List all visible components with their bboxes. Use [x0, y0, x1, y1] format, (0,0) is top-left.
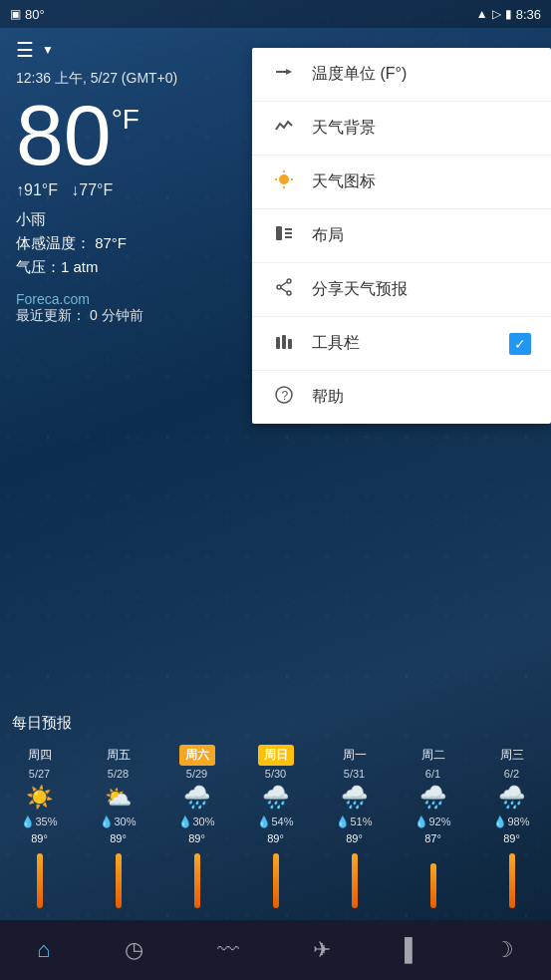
day-weather-icon: ⛅: [105, 784, 132, 812]
menu-label-layout: 布局: [312, 225, 531, 246]
menu-icon-weather-bg: [272, 116, 296, 141]
menu-item-temp-unit[interactable]: 温度单位 (F°): [252, 48, 551, 102]
temp-value: 80: [16, 92, 112, 177]
forecast-day-周三[interactable]: 周三 6/2 🌧️ 💧98% 89°: [472, 741, 551, 912]
menu-icon-temp-unit: [272, 62, 296, 87]
day-date: 5/29: [186, 768, 207, 780]
menu-label-temp-unit: 温度单位 (F°): [312, 64, 531, 85]
forecast-day-周一[interactable]: 周一 5/31 🌧️ 💧51% 89°: [315, 741, 394, 912]
day-temp: 89°: [188, 832, 205, 844]
forecast-day-周日[interactable]: 周日 5/30 🌧️ 💧54% 89°: [236, 741, 315, 912]
menu-item-share[interactable]: 分享天气预报: [252, 263, 551, 317]
temp-bar-container: [159, 848, 234, 908]
day-date: 5/27: [29, 768, 50, 780]
temp-bar-container: [2, 848, 77, 908]
day-name: 周日: [258, 745, 294, 766]
day-name: 周一: [337, 745, 373, 766]
svg-rect-18: [288, 339, 292, 349]
temp-bar-container: [396, 848, 470, 908]
day-date: 6/2: [504, 768, 519, 780]
menu-item-toolbar[interactable]: 工具栏 ✓: [252, 317, 551, 371]
status-right: ▲ ▷ ▮ 8:36: [476, 7, 541, 22]
menu-label-weather-icon: 天气图标: [312, 171, 531, 192]
low-temp: ↓77°F: [71, 181, 113, 198]
temp-bar: [273, 853, 279, 908]
day-name: 周五: [101, 745, 137, 766]
menu-label-share: 分享天气预报: [312, 279, 531, 300]
day-precip: 💧54%: [257, 816, 293, 828]
day-temp: 89°: [31, 832, 48, 844]
nav-icon-home: ⌂: [37, 937, 50, 963]
menu-item-layout[interactable]: 布局: [252, 209, 551, 263]
battery-icon: ▮: [505, 7, 512, 21]
nav-item-moon[interactable]: ☽: [494, 937, 514, 963]
forecast-day-周二[interactable]: 周二 6/1 🌧️ 💧92% 87°: [394, 741, 472, 912]
screen-icon: ▣: [10, 7, 21, 21]
menu-item-weather-bg[interactable]: 天气背景: [252, 102, 551, 156]
day-name: 周六: [179, 745, 215, 766]
day-temp: 89°: [110, 832, 127, 844]
menu-icon-weather-icon: [272, 169, 296, 194]
forecast-day-周六[interactable]: 周六 5/29 🌧️ 💧30% 89°: [157, 741, 236, 912]
nav-icon-clock: ◷: [125, 937, 143, 963]
day-weather-icon: 🌧️: [341, 784, 368, 812]
day-temp: 89°: [503, 832, 520, 844]
day-precip: 💧51%: [336, 816, 372, 828]
high-temp: ↑91°F: [16, 181, 58, 198]
temp-bar-container: [317, 848, 392, 908]
temp-bar: [37, 853, 43, 908]
menu-item-weather-icon[interactable]: 天气图标: [252, 156, 551, 209]
day-weather-icon: 🌧️: [498, 784, 525, 812]
nav-icon-moon: ☽: [494, 937, 514, 963]
forecast-section: 每日预报 周四 5/27 ☀️ 💧35% 89° 周五 5/28 ⛅ 💧30% …: [0, 706, 551, 920]
day-weather-icon: 🌧️: [183, 784, 210, 812]
menu-item-check: ✓: [509, 333, 531, 355]
dropdown-button[interactable]: ▼: [42, 43, 54, 57]
menu-icon-layout: [272, 223, 296, 248]
day-weather-icon: ☀️: [26, 784, 53, 812]
temp-bar: [509, 853, 515, 908]
forecast-day-周四[interactable]: 周四 5/27 ☀️ 💧35% 89°: [0, 741, 79, 912]
day-precip: 💧92%: [414, 816, 450, 828]
menu-label-help: 帮助: [312, 387, 531, 408]
day-temp: 89°: [346, 832, 363, 844]
nav-item-clock[interactable]: ◷: [125, 937, 143, 963]
bottom-nav: ⌂◷〰✈▌☽: [0, 920, 551, 980]
svg-point-11: [287, 279, 291, 283]
forecast-title: 每日预报: [0, 714, 551, 741]
forecast-day-周五[interactable]: 周五 5/28 ⛅ 💧30% 89°: [79, 741, 157, 912]
day-precip: 💧98%: [493, 816, 529, 828]
day-precip: 💧35%: [21, 816, 57, 828]
day-weather-icon: 🌧️: [419, 784, 446, 812]
day-temp: 89°: [267, 832, 284, 844]
menu-item-help[interactable]: ? 帮助: [252, 371, 551, 424]
temp-bar: [352, 853, 358, 908]
day-date: 5/28: [108, 768, 129, 780]
time-display: 8:36: [516, 7, 541, 22]
nav-item-chart[interactable]: 〰: [217, 937, 239, 963]
temp-bar-container: [474, 848, 549, 908]
day-name: 周二: [415, 745, 451, 766]
day-weather-icon: 🌧️: [262, 784, 289, 812]
hamburger-button[interactable]: ☰: [16, 38, 34, 62]
nav-item-bars[interactable]: ▌: [405, 937, 420, 963]
nav-item-home[interactable]: ⌂: [37, 937, 50, 963]
temp-bar-container: [238, 848, 313, 908]
svg-rect-16: [276, 337, 280, 349]
signal-icon: ▷: [492, 7, 501, 21]
svg-line-14: [281, 282, 287, 286]
day-precip: 💧30%: [100, 816, 136, 828]
svg-rect-7: [276, 226, 282, 240]
day-date: 6/1: [425, 768, 440, 780]
day-name: 周四: [22, 745, 58, 766]
temp-bar: [430, 863, 436, 908]
day-precip: 💧30%: [178, 816, 214, 828]
svg-text:?: ?: [282, 389, 289, 403]
nav-item-wind[interactable]: ✈: [313, 937, 331, 963]
day-date: 5/31: [344, 768, 365, 780]
wifi-icon: ▲: [476, 7, 488, 21]
menu-label-weather-bg: 天气背景: [312, 118, 531, 139]
temp-bar: [194, 853, 200, 908]
status-bar: ▣ 80° ▲ ▷ ▮ 8:36: [0, 0, 551, 28]
svg-point-13: [277, 285, 281, 289]
